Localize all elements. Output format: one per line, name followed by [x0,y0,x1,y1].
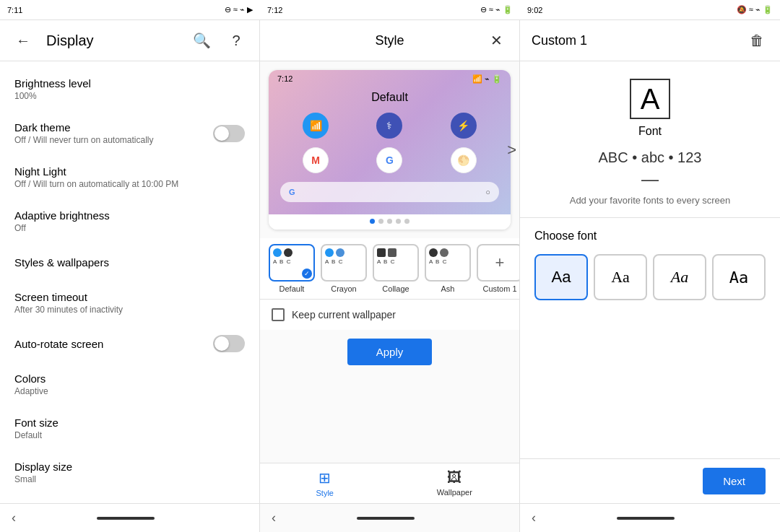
font-bottom-pill [617,517,675,520]
phone-status-bar: 7:12 📶 ⌁ 🔋 [269,70,511,88]
panel-font: Custom 1 🗑 A Font ABC • abc • 123 — Add … [520,20,780,532]
font-description: Add your favorite fonts to every screen [570,195,731,206]
auto-rotate-toggle[interactable] [213,335,245,352]
settings-item-colors[interactable]: Colors Adaptive [0,362,259,406]
next-button[interactable]: Next [703,468,766,494]
font-options-list: Aa Aa Aa Aa [534,254,766,300]
font-bottom-bar: ‹ [520,503,780,532]
style-label-custom1: Custom 1 [482,284,516,293]
bottom-nav-style[interactable]: ⊞ Style [260,463,390,503]
swatch-icon-square [284,248,292,257]
dot-1 [370,219,375,224]
style-title: Style [295,33,485,48]
settings-item-dark-theme[interactable]: Dark theme Off / Will never turn on auto… [0,111,259,155]
google-assistant-icon: ○ [485,188,490,196]
panel-display: ← Display 🔍 ? Brightness level 100% Dark… [0,20,260,532]
style-bottom-pill [357,517,415,520]
swatch-icon-sq-ash [440,248,448,257]
style-nav-label: Style [316,489,334,497]
dark-theme-toggle[interactable] [213,125,245,142]
style-bottom-bar: ‹ [260,503,519,532]
display-header: ← Display 🔍 ? [0,20,259,61]
font-preview-section: A Font ABC • abc • 123 — Add your favori… [520,61,780,218]
style-option-collage[interactable]: A B C Collage [373,244,419,293]
settings-item-screen-saver[interactable]: Screen saver Clock [0,494,259,503]
swatch-abc-collage: A B C [377,258,415,265]
wallpaper-checkbox[interactable] [272,308,285,321]
settings-item-adaptive-brightness[interactable]: Adaptive brightness Off [0,199,259,243]
colors-title: Colors [14,372,48,385]
settings-item-brightness[interactable]: Brightness level 100% [0,67,259,111]
font-delete-icon[interactable]: 🗑 [745,29,768,52]
style-option-custom1[interactable]: + Custom 1 [477,244,519,293]
brightness-sub: 100% [14,91,91,101]
font-nav-arrows: ‹ [520,510,780,526]
settings-item-auto-rotate[interactable]: Auto-rotate screen [0,325,259,362]
style-swatch-default: A B C ✓ [269,244,315,282]
style-swatch-ash: A B C [425,244,471,282]
apply-button[interactable]: Apply [347,339,433,365]
phone-icon-google: G [376,147,402,173]
bottom-pill [97,517,155,520]
status-bar-1: 7:11 ⊖ ≈ ⌁ ▶ [0,0,260,20]
font-option-italic[interactable]: Aa [653,254,706,300]
choose-font-section: Choose font Aa Aa Aa Aa [520,218,780,312]
dot-3 [387,219,392,224]
status-icons-2: ⊖ ≈ ⌁ 🔋 [480,5,513,14]
style-option-crayon[interactable]: A B C Crayon [321,244,367,293]
dot-5 [404,219,410,224]
display-title: Display [46,32,178,49]
settings-item-font-size[interactable]: Font size Default [0,406,259,450]
phone-screen: 7:12 📶 ⌁ 🔋 Default 📶 ⚕ ⚡ M G 🌕 G ○ [269,70,511,214]
font-icon: A [630,79,670,119]
search-icon[interactable]: 🔍 [190,29,213,52]
wallpaper-nav-icon: 🖼 [447,469,462,486]
status-bar-2: 7:12 ⊖ ≈ ⌁ 🔋 [260,0,520,20]
check-badge-default: ✓ [302,269,312,279]
screen-timeout-title: Screen timeout [14,291,123,303]
preview-next-arrow[interactable]: > [507,141,516,160]
status-bars: 7:11 ⊖ ≈ ⌁ ▶ 7:12 ⊖ ≈ ⌁ 🔋 9:02 🔕 ≈ ⌁ 🔋 [0,0,780,20]
font-option-mono[interactable]: Aa [712,254,766,300]
style-option-ash[interactable]: A B C Ash [425,244,471,293]
settings-item-screen-timeout[interactable]: Screen timeout After 30 minutes of inact… [0,281,259,325]
font-nav-arrow-left[interactable]: ‹ [532,510,536,526]
phone-icon-flash: ⚡ [451,113,477,139]
status-time-2: 7:12 [267,6,282,14]
brightness-title: Brightness level [14,77,91,90]
style-option-default[interactable]: A B C ✓ Default [269,244,315,293]
phone-icon-bt: ⚕ [376,113,402,139]
swatch-abc-ash: A B C [429,258,467,265]
font-option-sans[interactable]: Aa [534,254,588,300]
swatch-icon-sq-collage [388,248,396,257]
dot-4 [396,219,401,224]
phone-icon-wifi: 📶 [303,113,329,139]
phone-label: Default [269,88,511,107]
font-abc: ABC • abc • 123 [599,149,702,166]
style-label-default: Default [280,284,305,293]
back-button[interactable]: ← [12,29,35,52]
font-size-sub: Default [14,430,58,440]
style-nav-arrow-left[interactable]: ‹ [272,510,276,526]
nav-arrow-left[interactable]: ‹ [12,510,16,526]
font-option-serif[interactable]: Aa [594,254,647,300]
search-g-icon: G [289,188,295,196]
main-panels: ← Display 🔍 ? Brightness level 100% Dark… [0,20,780,532]
bottom-nav-wallpaper[interactable]: 🖼 Wallpaper [390,463,520,503]
choose-font-title: Choose font [534,230,766,243]
help-icon[interactable]: ? [225,29,248,52]
dark-theme-sub: Off / Will never turn on automatically [14,135,154,145]
wallpaper-row: Keep current wallpaper [260,300,519,330]
settings-item-styles[interactable]: Styles & wallpapers [0,243,259,281]
styles-title: Styles & wallpapers [14,256,109,269]
wallpaper-label: Keep current wallpaper [292,309,396,320]
style-nav-icon: ⊞ [318,469,331,487]
font-sample-mono: Aa [729,269,749,287]
settings-item-display-size[interactable]: Display size Small [0,450,259,494]
nav-arrows: ‹ [0,510,259,526]
settings-item-night-light[interactable]: Night Light Off / Will turn on automatic… [0,155,259,199]
night-light-title: Night Light [14,165,178,178]
style-close-icon[interactable]: ✕ [485,29,508,52]
swatch-icon-sq-crayon [336,248,344,257]
font-size-title: Font size [14,417,58,429]
